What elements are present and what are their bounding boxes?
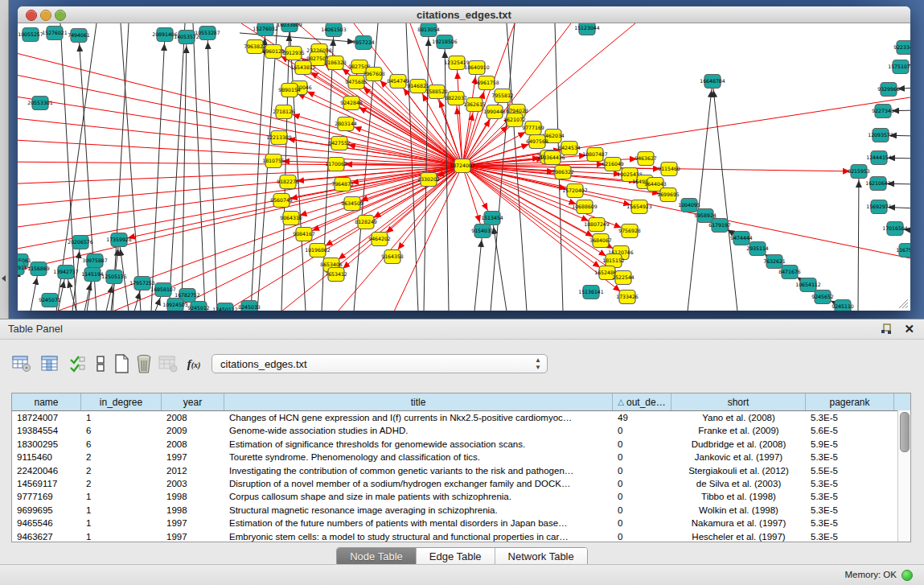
graph-node-label: 9084167 — [293, 231, 315, 237]
graph-node-label: 14061503 — [321, 27, 347, 32]
table-cell: 6 — [81, 424, 162, 437]
table-cell: 0 — [613, 530, 671, 543]
network-view-window[interactable]: citations_edges.txt 18724007796382289601… — [18, 6, 910, 311]
function-builder-icon[interactable]: f(x) — [182, 352, 206, 376]
graph-node-label: 1621072 — [503, 117, 526, 122]
scrollbar-thumb[interactable] — [900, 412, 910, 452]
graph-node-label: 1733426 — [616, 294, 639, 299]
table-cell: de Silva et al. (2003) — [671, 477, 806, 490]
graph-node-label: 10196862 — [305, 247, 331, 253]
table-row[interactable]: 2242004622012Investigating the contribut… — [12, 464, 910, 477]
table-row[interactable]: 1872400712008Changes of HCN gene express… — [12, 411, 910, 424]
graph-node-label: 8813054 — [417, 27, 440, 32]
import-table-icon[interactable] — [156, 352, 180, 376]
graph-edge — [18, 94, 462, 166]
table-row[interactable]: 911546021997Tourette syndrome. Phenomeno… — [12, 451, 910, 463]
graph-node-label: 9777169 — [522, 125, 544, 130]
splitter-collapse-handle[interactable] — [458, 312, 466, 316]
column-header-pagerank[interactable]: pagerank — [806, 393, 894, 410]
graph-node-label: 8215953 — [848, 168, 870, 174]
row-select-icon[interactable] — [66, 352, 90, 376]
table-cell: 2003 — [162, 477, 224, 490]
graph-node-label: 9464202 — [368, 236, 391, 241]
window-titlebar[interactable]: citations_edges.txt — [18, 6, 910, 23]
table-row[interactable]: 946362711997Embryonic stem cells: a mode… — [12, 530, 910, 543]
table-cell: 1 — [81, 411, 162, 424]
graph-node-label: 8128249 — [355, 219, 377, 225]
graph-node-label: 16782752 — [175, 292, 200, 298]
graph-node-label: 7955812 — [491, 93, 514, 98]
graph-node-label: 9245071 — [39, 297, 61, 303]
table-row[interactable]: 1456911722003Disruption of a novel membe… — [12, 477, 910, 490]
table-cell: 1997 — [162, 530, 224, 543]
graph-node-label: 10364436 — [540, 154, 565, 160]
graph-node-label: 10924503 — [162, 302, 188, 307]
table-cell: 9777169 — [12, 490, 81, 503]
tab-edge-table[interactable]: Edge Table — [417, 548, 495, 566]
panel-expand-arrow-icon[interactable] — [2, 275, 6, 282]
graph-node-label: 16648784 — [700, 78, 725, 84]
graph-node-label: 8245033 — [238, 304, 261, 310]
column-header-short[interactable]: short — [671, 393, 806, 410]
table-panel-header[interactable]: Table Panel ✕ — [0, 319, 924, 340]
graph-node-label: 15276021 — [42, 30, 68, 35]
table-cell: 0 — [613, 424, 671, 437]
graph-node-label: 10055257 — [18, 31, 43, 37]
table-cell: 1998 — [162, 490, 224, 503]
column-header-name[interactable]: name — [12, 393, 81, 410]
table-cell: 5.3E-5 — [806, 451, 894, 463]
graph-edge — [406, 23, 418, 311]
column-header-in_degree[interactable]: in_degree — [81, 393, 162, 410]
graph-node-label: 9463627 — [634, 155, 657, 161]
graph-node-label: 20206576 — [68, 239, 93, 245]
close-panel-icon[interactable]: ✕ — [904, 322, 914, 336]
graph-node-label: 1815152 — [602, 257, 625, 263]
table-row[interactable]: 969969511998Structural magnetic resonanc… — [12, 504, 910, 517]
table-settings-icon[interactable] — [10, 352, 34, 376]
graph-node-label: 19218506 — [432, 39, 458, 44]
table-row[interactable]: 1938455462009Genome-wide association stu… — [12, 424, 910, 437]
table-cell: Stergiakouli et al. (2012) — [671, 464, 806, 477]
graph-node-label: 3684067 — [589, 237, 612, 243]
graph-node-label: 16210643 — [865, 180, 891, 186]
table-panel: Table Panel ✕ f(x) — [0, 319, 924, 565]
graph-node-label: 2803144 — [335, 121, 357, 126]
graph-node-label: 7964873 — [331, 181, 354, 187]
tab-network-table[interactable]: Network Table — [495, 548, 587, 566]
graph-node-label: 15276032 — [253, 26, 278, 31]
graph-edge — [207, 33, 217, 311]
graph-node-label: 2967608 — [363, 71, 385, 76]
graph-node-label: 15751074 — [888, 64, 910, 69]
column-header-out_de[interactable]: △out_de… — [613, 393, 671, 410]
graph-node-label: 2718126 — [273, 109, 295, 114]
float-window-icon[interactable] — [881, 323, 892, 335]
table-tabs: Node Table Edge Table Network Table — [0, 547, 924, 565]
graph-node-label: 1167532 — [896, 247, 910, 253]
vertical-scrollbar[interactable] — [897, 410, 910, 542]
table-row[interactable]: 1830029562008Estimation of significance … — [12, 438, 910, 451]
graph-node-label: 2522544 — [612, 274, 634, 280]
collapsed-control-panel[interactable] — [0, 0, 9, 319]
tab-node-table[interactable]: Node Table — [337, 548, 417, 566]
table-row[interactable]: 946554611997Estimation of the future num… — [12, 517, 910, 529]
table-cell: 5.3E-5 — [806, 504, 894, 517]
table-selector-dropdown[interactable]: citations_edges.txt ▲▼ — [211, 354, 548, 373]
column-visibility-icon[interactable] — [38, 352, 62, 376]
new-table-icon[interactable] — [109, 352, 133, 376]
window-resize-grip[interactable] — [896, 296, 909, 309]
graph-node-label: 8186328 — [324, 60, 347, 65]
network-canvas[interactable]: 1872400779638228960128891293523226058982… — [18, 23, 910, 311]
graph-edge — [462, 23, 571, 166]
table-row[interactable]: 977716911998Corpus callosum shape and si… — [12, 490, 910, 503]
graph-edge — [688, 81, 713, 311]
table-cell: Investigating the contribution of common… — [224, 464, 613, 477]
table-cell: 18724007 — [12, 411, 81, 424]
table-cell: Estimation of the future numbers of pati… — [224, 517, 613, 529]
column-header-year[interactable]: year — [162, 393, 224, 410]
graph-node-label: 8560749 — [270, 197, 293, 203]
table-cell: Franke et al. (2009) — [671, 424, 806, 437]
column-header-title[interactable]: title — [224, 393, 613, 410]
graph-node-label: 18724007 — [450, 163, 475, 168]
table-cell: 5.3E-5 — [806, 490, 894, 503]
delete-icon[interactable] — [132, 352, 156, 376]
